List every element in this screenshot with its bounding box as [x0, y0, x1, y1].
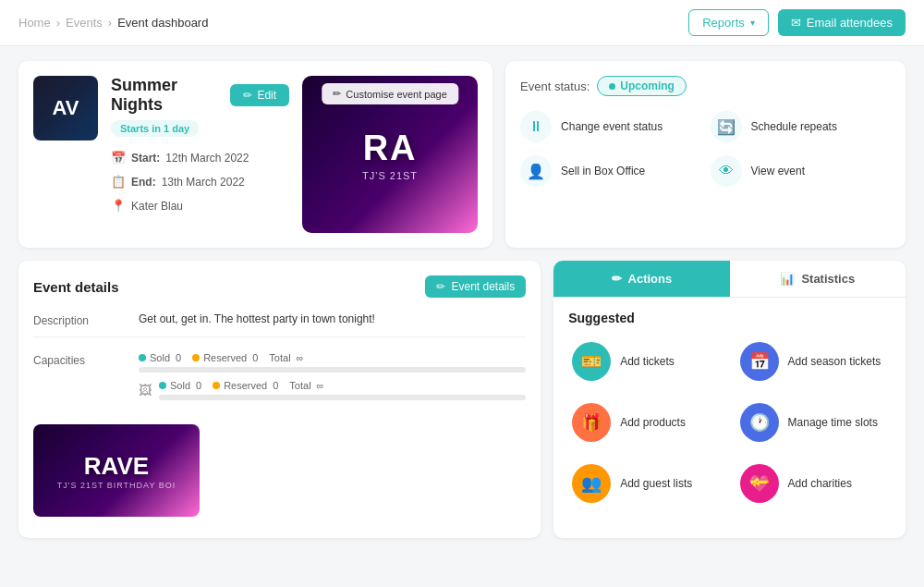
event-image-text: RA [363, 128, 418, 168]
person-icon: 👤 [520, 155, 552, 187]
sold-dot [139, 354, 146, 361]
customise-button[interactable]: ✏ Customise event page [322, 83, 457, 104]
event-details-card: Event details ✏ Event details Descriptio… [18, 261, 541, 538]
start-value: 12th March 2022 [165, 147, 249, 169]
reserved-label-2: Reserved [224, 380, 267, 391]
end-value: 13th March 2022 [162, 171, 245, 193]
add-season-tickets-label: Add season tickets [788, 354, 881, 370]
suggested-label: Suggested [568, 311, 891, 325]
reserved-dot [192, 354, 200, 361]
status-value: Upcoming [620, 79, 675, 92]
total-label-2: Total [289, 380, 310, 391]
add-guest-lists-label: Add guest lists [620, 476, 692, 492]
calendar-icon: 📅 [111, 146, 126, 170]
sold-value-1: 0 [176, 352, 181, 363]
capacities-label: Capacities [33, 352, 126, 400]
stats-tab-icon: 📊 [780, 272, 795, 286]
location-value: Kater Blau [131, 195, 183, 217]
event-title-row: Summer Nights ✏ Edit [111, 76, 289, 115]
add-products-action[interactable]: 🎁 Add products [568, 399, 723, 446]
manage-time-slots-icon: 🕐 [740, 403, 779, 442]
change-event-status-action[interactable]: ⏸ Change event status [520, 111, 700, 142]
repeat-icon: 🔄 [711, 111, 742, 142]
event-image-preview-wrap: RAVE TJ'S 21ST BIRTHDAY BOI [33, 424, 526, 517]
sold-label-2: Sold [170, 380, 190, 391]
status-label: Event status: [520, 79, 590, 93]
add-products-label: Add products [620, 415, 686, 431]
event-status-card: Event status: Upcoming ⏸ Change event st… [505, 61, 906, 248]
capacity-items: Sold 0 Reserved 0 Total ∞ [139, 352, 526, 400]
email-attendees-label: Email attendees [807, 16, 893, 30]
event-image-preview: RAVE TJ'S 21ST BIRTHDAY BOI [33, 424, 200, 517]
image-icon: 🖼 [139, 383, 152, 397]
email-attendees-button[interactable]: ✉ Email attendees [778, 9, 906, 36]
breadcrumb-home[interactable]: Home [18, 16, 51, 30]
description-value: Get out, get in. The hottest party in to… [139, 312, 526, 327]
add-tickets-action[interactable]: 🎫 Add tickets [568, 338, 723, 385]
event-avatar: AV [33, 76, 98, 141]
card-title: Event details [33, 279, 119, 295]
reports-button[interactable]: Reports ▾ [688, 9, 769, 36]
event-meta: 📅 Start: 12th March 2022 📋 End: 13th Mar… [111, 146, 289, 218]
add-tickets-icon: 🎫 [572, 342, 611, 381]
status-actions: ⏸ Change event status 🔄 Schedule repeats… [520, 111, 891, 187]
status-dot [609, 83, 615, 90]
event-info: Summer Nights ✏ Edit Starts in 1 day 📅 S… [111, 76, 289, 233]
schedule-repeats-label: Schedule repeats [751, 120, 837, 133]
breadcrumb: Home › Events › Event dashboard [18, 16, 208, 30]
tab-actions[interactable]: ✏ Actions [553, 261, 729, 297]
capacity-stats-2: Sold 0 Reserved 0 Total [159, 380, 526, 391]
add-charities-icon: 💝 [740, 464, 779, 503]
bottom-section: Event details ✏ Event details Descriptio… [18, 261, 906, 538]
sold-value-2: 0 [196, 380, 201, 391]
add-season-tickets-action[interactable]: 📅 Add season tickets [736, 338, 891, 385]
tab-statistics[interactable]: 📊 Statistics [730, 261, 906, 297]
actions-stats-card: ✏ Actions 📊 Statistics Suggested 🎫 Add t… [553, 261, 906, 538]
main-content: AV Summer Nights ✏ Edit Starts in 1 day … [0, 46, 924, 553]
total-label-1: Total [269, 352, 290, 363]
reserved-value-1: 0 [252, 352, 258, 363]
capacity-item-2: 🖼 Sold 0 Reserved [139, 380, 526, 400]
event-header-card: AV Summer Nights ✏ Edit Starts in 1 day … [18, 61, 492, 248]
starts-badge: Starts in 1 day [111, 120, 199, 137]
manage-time-slots-action[interactable]: 🕐 Manage time slots [736, 399, 891, 446]
sell-box-office-action[interactable]: 👤 Sell in Box Office [520, 155, 700, 187]
preview-subtext: TJ'S 21ST BIRTHDAY BOI [57, 481, 176, 490]
pause-icon: ⏸ [520, 111, 552, 142]
pencil-icon: ✏ [243, 89, 252, 102]
end-label: End: [131, 171, 156, 193]
nav-actions: Reports ▾ ✉ Email attendees [688, 9, 906, 36]
top-section: AV Summer Nights ✏ Edit Starts in 1 day … [18, 61, 906, 248]
total-value-1: ∞ [297, 352, 304, 363]
location-icon: 📍 [111, 194, 126, 218]
reserved-label-1: Reserved [203, 352, 247, 363]
breadcrumb-sep2: › [108, 16, 112, 30]
tabs-row: ✏ Actions 📊 Statistics [553, 261, 906, 298]
chevron-down-icon: ▾ [750, 18, 755, 28]
add-guest-lists-action[interactable]: 👥 Add guest lists [568, 460, 723, 507]
add-products-icon: 🎁 [572, 403, 611, 442]
schedule-repeats-action[interactable]: 🔄 Schedule repeats [711, 111, 891, 142]
reports-label: Reports [702, 16, 745, 30]
sold-label-1: Sold [150, 352, 170, 363]
edit-button[interactable]: ✏ Edit [230, 84, 289, 106]
location-row: 📍 Kater Blau [111, 194, 289, 218]
view-event-label: View event [751, 165, 805, 177]
actions-content: Suggested 🎫 Add tickets 📅 Add season tic… [553, 298, 906, 520]
view-event-action[interactable]: 👁 View event [711, 155, 891, 187]
change-status-label: Change event status [561, 120, 663, 133]
event-image-subtext: TJ'S 21ST [362, 170, 418, 181]
event-details-button[interactable]: ✏ Event details [425, 275, 526, 298]
sold-dot-2 [159, 382, 166, 389]
eye-icon: 👁 [711, 155, 742, 187]
add-charities-action[interactable]: 💝 Add charities [736, 460, 891, 507]
actions-tab-label: Actions [628, 272, 673, 286]
description-row: Description Get out, get in. The hottest… [33, 312, 526, 337]
actions-grid: 🎫 Add tickets 📅 Add season tickets 🎁 Add… [568, 338, 891, 507]
add-charities-label: Add charities [788, 476, 852, 492]
capacity-item-1: Sold 0 Reserved 0 Total ∞ [139, 352, 526, 373]
top-navigation: Home › Events › Event dashboard Reports … [0, 0, 924, 46]
total-value-2: ∞ [317, 380, 324, 391]
sell-box-office-label: Sell in Box Office [561, 165, 645, 177]
breadcrumb-events[interactable]: Events [66, 16, 103, 30]
